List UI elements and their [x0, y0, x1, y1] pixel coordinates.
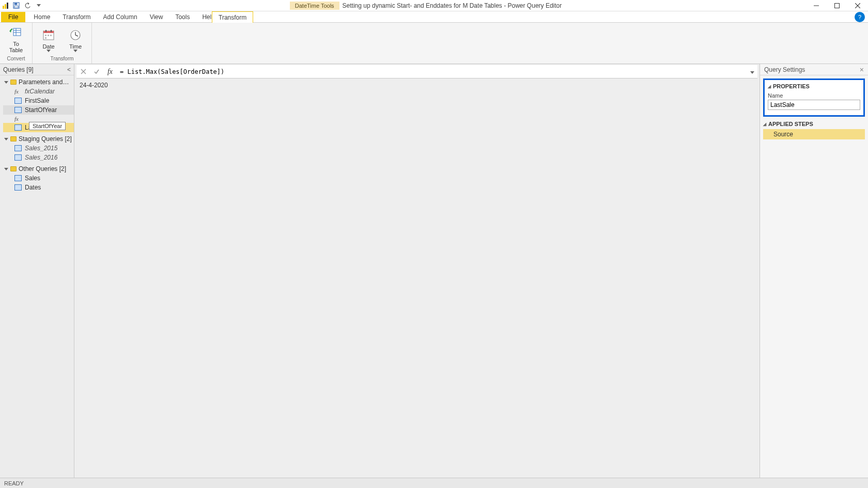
step-source[interactable]: Source — [763, 129, 865, 139]
qat-dropdown[interactable] — [34, 1, 43, 10]
query-settings-header: Query Settings × — [760, 64, 868, 75]
svg-rect-15 — [43, 31, 54, 33]
applied-steps-list: Source — [763, 129, 865, 139]
query-settings-title: Query Settings — [764, 66, 805, 73]
tree-item-dates[interactable]: Dates — [3, 183, 74, 192]
step-label: Source — [773, 131, 793, 138]
to-table-icon — [9, 26, 23, 40]
preview-value: 24-4-2020 — [80, 82, 108, 89]
tree-group-label: Parameters and Fu... — [19, 78, 69, 86]
fx-button[interactable]: fx — [103, 66, 117, 78]
close-button[interactable] — [847, 0, 868, 11]
ribbon-body: To Table Convert Date Time Transform — [0, 23, 868, 64]
svg-rect-20 — [50, 35, 52, 36]
tab-add-column[interactable]: Add Column — [97, 12, 144, 22]
tree-group-header-parameters[interactable]: Parameters and Fu... — [3, 77, 74, 87]
data-preview: 24-4-2020 — [74, 78, 760, 478]
tree-item-sales[interactable]: Sales — [3, 174, 74, 183]
formula-bar: fx — [76, 65, 757, 78]
folder-icon — [10, 166, 17, 171]
app-icon — [2, 2, 9, 9]
caret-icon: ◢ — [768, 84, 771, 89]
svg-rect-1 — [5, 4, 6, 9]
tree-item-label: fxCalendar — [25, 88, 55, 95]
tab-home[interactable]: Home — [27, 12, 56, 22]
formula-dropdown-button[interactable] — [747, 68, 757, 75]
queries-header: Queries [9] < — [0, 64, 74, 75]
tree-group-staging: Staging Queries [2] Sales_2015 Sales_201… — [0, 133, 74, 163]
tooltip: StartOfYear — [29, 122, 66, 130]
folder-icon — [10, 136, 17, 141]
center-area: fx 24-4-2020 — [74, 64, 760, 478]
minimize-button[interactable] — [806, 0, 827, 11]
time-label: Time — [69, 43, 82, 50]
save-button[interactable] — [11, 1, 21, 10]
tree-item-label: Sales_2015 — [25, 145, 57, 152]
table-icon — [14, 154, 22, 161]
tab-file[interactable]: File — [1, 12, 25, 22]
applied-steps-title[interactable]: ◢ APPLIED STEPS — [763, 121, 865, 127]
tree-item-startofyear[interactable]: StartOfYear — [3, 105, 74, 115]
window-title: Setting up dynamic Start- and Enddates f… — [343, 2, 562, 9]
tree-item-label: Sales_2016 — [25, 154, 57, 161]
table-icon — [14, 184, 22, 191]
cancel-formula-button[interactable] — [76, 66, 90, 78]
tab-view[interactable]: View — [144, 12, 169, 22]
calendar-icon — [41, 28, 56, 42]
status-bar: READY — [0, 478, 868, 488]
query-name-input[interactable] — [768, 100, 860, 110]
query-settings-pane: Query Settings × ◢ PROPERTIES Name ◢ APP… — [760, 64, 868, 478]
tree-group-label: Staging Queries [2] — [19, 135, 72, 143]
table-icon — [14, 98, 22, 104]
ribbon-help-button[interactable]: ? — [855, 12, 865, 22]
svg-rect-0 — [3, 6, 4, 9]
formula-input[interactable] — [117, 68, 747, 75]
tree-item-label: StartOfYear — [25, 106, 57, 114]
properties-block: ◢ PROPERTIES Name — [763, 78, 865, 117]
table-icon — [14, 107, 22, 113]
accept-formula-button[interactable] — [90, 66, 103, 78]
chevron-down-icon — [73, 50, 78, 52]
queries-pane: Queries [9] < Parameters and Fu... fx fx… — [0, 64, 74, 478]
caret-icon: ◢ — [763, 122, 766, 127]
date-label: Date — [42, 43, 54, 50]
quick-access-toolbar — [0, 1, 45, 10]
tree-group-other: Other Queries [2] Sales Dates — [0, 163, 74, 193]
window-buttons — [806, 0, 868, 11]
tree-group-header-other[interactable]: Other Queries [2] — [3, 164, 74, 174]
expand-icon — [4, 81, 8, 84]
queries-tree: Parameters and Fu... fx fxCalendar First… — [0, 75, 74, 478]
properties-title[interactable]: ◢ PROPERTIES — [768, 83, 860, 89]
chevron-down-icon — [47, 50, 51, 52]
svg-rect-7 — [835, 3, 840, 8]
tab-transform[interactable]: Transform — [56, 12, 97, 22]
tree-item-fxcalendar[interactable]: fx fxCalendar — [3, 87, 74, 96]
tree-item-sales2015[interactable]: Sales_2015 — [3, 144, 74, 153]
to-table-button[interactable]: To Table — [4, 25, 28, 55]
tree-group-header-staging[interactable]: Staging Queries [2] — [3, 134, 74, 144]
time-button[interactable]: Time — [64, 25, 87, 55]
close-settings-button[interactable]: × — [860, 66, 864, 74]
folder-icon — [10, 80, 17, 85]
name-label: Name — [768, 92, 860, 99]
svg-rect-2 — [7, 3, 8, 9]
table-icon — [14, 175, 22, 181]
maximize-button[interactable] — [827, 0, 847, 11]
svg-rect-4 — [14, 3, 17, 5]
tab-contextual-transform[interactable]: Transform — [212, 11, 253, 23]
ribbon-tabs: File Home Transform Add Column View Tool… — [0, 11, 868, 23]
undo-button[interactable] — [23, 1, 32, 10]
tree-item-label: Sales — [25, 175, 40, 182]
applied-steps-block: ◢ APPLIED STEPS Source — [763, 121, 865, 139]
tree-item-firstsale[interactable]: FirstSale — [3, 96, 74, 105]
tree-item-fx-tooltip-row[interactable]: fx StartOfYear — [3, 115, 74, 123]
date-button[interactable]: Date — [37, 25, 60, 55]
status-text: READY — [4, 480, 24, 486]
queries-title: Queries [9] — [3, 66, 34, 73]
collapse-queries-button[interactable]: < — [67, 66, 71, 73]
svg-rect-19 — [48, 35, 49, 36]
tab-tools[interactable]: Tools — [169, 12, 196, 22]
ribbon-group-convert: To Table Convert — [0, 23, 33, 64]
ribbon-group-convert-label: Convert — [7, 56, 25, 62]
tree-item-sales2016[interactable]: Sales_2016 — [3, 153, 74, 162]
